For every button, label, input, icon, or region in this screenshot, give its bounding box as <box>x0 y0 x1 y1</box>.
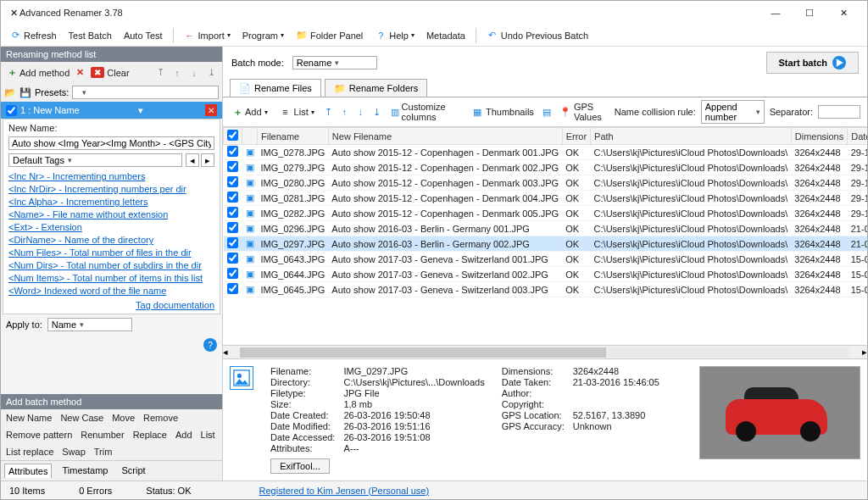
batch-method-move[interactable]: Move <box>112 413 135 423</box>
delete-icon[interactable]: ✕ <box>76 67 84 78</box>
method-header[interactable]: 1 : New Name ▾ ✕ <box>1 102 222 119</box>
minimize-button[interactable]: ― <box>759 1 793 25</box>
batch-method-trim[interactable]: Trim <box>94 447 113 457</box>
batch-method-new-case[interactable]: New Case <box>60 413 103 423</box>
batch-method-list-replace[interactable]: List replace <box>6 447 53 457</box>
batch-tab-attributes[interactable]: Attributes <box>4 464 52 478</box>
tag-link[interactable]: <Word> Indexed word of the file name <box>8 285 214 297</box>
move-up-button[interactable]: ↑ <box>170 65 185 81</box>
batch-method-remove-pattern[interactable]: Remove pattern <box>6 430 72 440</box>
row-checkbox[interactable] <box>227 176 238 187</box>
column-header[interactable]: Error <box>562 128 590 145</box>
tag-link[interactable]: <Num Items> - Total number of items in t… <box>8 272 214 284</box>
sort-bottom-button[interactable]: ⤓ <box>371 104 382 119</box>
table-row[interactable]: ▣IMG_0296.JPGAuto show 2016-03 - Berlin … <box>224 221 868 236</box>
save-preset-icon[interactable]: 💾 <box>19 86 31 98</box>
sort-down-button[interactable]: ↓ <box>355 104 366 119</box>
customize-columns-button[interactable]: ▥Customize columns <box>387 100 463 124</box>
separator-input[interactable] <box>818 105 860 119</box>
table-row[interactable]: ▣IMG_0280.JPGAuto show 2015-12 - Copenha… <box>224 175 868 191</box>
undo-button[interactable]: ↶Undo Previous Batch <box>483 28 592 43</box>
batch-method-remove[interactable]: Remove <box>143 413 178 423</box>
batch-method-swap[interactable]: Swap <box>62 447 86 457</box>
batch-method-renumber[interactable]: Renumber <box>81 430 124 440</box>
table-row[interactable]: ▣IMG_0644.JPGAuto show 2017-03 - Geneva … <box>224 267 868 282</box>
metadata-button[interactable]: Metadata <box>423 29 469 42</box>
tag-next-button[interactable]: ▸ <box>201 153 214 167</box>
column-header[interactable]: Filename <box>258 128 329 145</box>
row-checkbox[interactable] <box>227 253 238 264</box>
table-row[interactable]: ▣IMG_0297.JPGAuto show 2016-03 - Berlin … <box>224 236 868 252</box>
method-help-button[interactable]: ? <box>203 338 217 352</box>
column-header[interactable]: Path <box>591 128 792 145</box>
move-top-button[interactable]: ⤒ <box>153 65 168 81</box>
method-close-button[interactable]: ✕ <box>205 104 217 116</box>
table-row[interactable]: ▣IMG_0279.JPGAuto show 2015-12 - Copenha… <box>224 160 868 175</box>
open-preset-icon[interactable]: 📂 <box>4 86 16 98</box>
add-method-button[interactable]: ＋Add method <box>4 64 73 81</box>
sort-top-button[interactable]: ⤒ <box>323 104 334 119</box>
tag-link[interactable]: <Inc NrDir> - Incrementing numbers per d… <box>8 183 214 195</box>
column-header[interactable]: Date Taken <box>848 128 867 145</box>
batch-method-list[interactable]: List <box>201 430 215 440</box>
exiftool-button[interactable]: ExifTool... <box>270 458 330 474</box>
presets-dropdown[interactable] <box>72 86 219 99</box>
add-files-button[interactable]: ＋Add▾ <box>230 104 271 120</box>
tag-link[interactable]: <Num Files> - Total number of files in t… <box>8 247 214 258</box>
tag-link[interactable]: <Name> - File name without extension <box>8 208 214 220</box>
pattern-input[interactable] <box>8 136 214 150</box>
tag-link[interactable]: <Inc Nr> - Incrementing numbers <box>8 170 214 182</box>
table-row[interactable]: ▣IMG_0278.JPGAuto show 2015-12 - Copenha… <box>224 145 868 160</box>
refresh-button[interactable]: ⟳Refresh <box>6 28 60 43</box>
folder-panel-button[interactable]: 📁Folder Panel <box>292 28 366 43</box>
batch-method-add[interactable]: Add <box>175 430 192 440</box>
list-button[interactable]: ≡List▾ <box>276 104 318 119</box>
row-checkbox[interactable] <box>227 237 238 248</box>
auto-test-button[interactable]: Auto Test <box>120 29 166 42</box>
clear-button[interactable]: ✖Clear <box>87 65 132 80</box>
move-down-button[interactable]: ↓ <box>186 65 202 81</box>
tag-link[interactable]: <DirName> - Name of the directory <box>8 234 214 246</box>
method-enable-checkbox[interactable] <box>6 105 17 116</box>
row-checkbox[interactable] <box>227 283 238 294</box>
row-checkbox[interactable] <box>227 192 238 203</box>
default-tags-dropdown[interactable]: Default Tags <box>8 153 182 167</box>
start-batch-button[interactable]: Start batch <box>766 52 859 74</box>
column-header[interactable]: New Filename <box>328 128 562 145</box>
column-header[interactable]: Dimensions <box>791 128 847 145</box>
batch-tab-timestamp[interactable]: Timestamp <box>58 464 111 478</box>
row-checkbox[interactable] <box>227 161 238 172</box>
tab-rename-files[interactable]: 📄Rename Files <box>230 79 321 97</box>
move-bottom-button[interactable]: ⤓ <box>203 65 219 81</box>
select-all-checkbox[interactable] <box>227 130 238 141</box>
horizontal-scrollbar[interactable]: ◂▸ <box>223 345 867 358</box>
thumbnails-button[interactable]: ▦Thumbnails <box>468 104 537 119</box>
batch-method-replace[interactable]: Replace <box>133 430 167 440</box>
batch-mode-dropdown[interactable]: Rename <box>292 56 377 69</box>
tag-link[interactable]: <Ext> - Extension <box>8 221 214 233</box>
help-button[interactable]: ?Help▾ <box>371 28 418 43</box>
tag-link[interactable]: <Num Dirs> - Total number of subdirs in … <box>8 259 214 271</box>
import-button[interactable]: ←Import▾ <box>181 28 234 43</box>
tab-rename-folders[interactable]: 📁Rename Folders <box>325 79 427 97</box>
sort-up-button[interactable]: ↑ <box>339 104 350 119</box>
batch-tab-script[interactable]: Script <box>118 464 148 478</box>
table-row[interactable]: ▣IMG_0282.JPGAuto show 2015-12 - Copenha… <box>224 206 868 221</box>
test-batch-button[interactable]: Test Batch <box>65 29 115 42</box>
file-grid[interactable]: FilenameNew FilenameErrorPathDimensionsD… <box>223 127 867 345</box>
program-button[interactable]: Program▾ <box>239 29 287 42</box>
registration-link[interactable]: Registered to Kim Jensen (Personal use) <box>259 486 430 496</box>
gps-values-button[interactable]: 📍GPS Values <box>556 100 609 124</box>
table-row[interactable]: ▣IMG_0643.JPGAuto show 2017-03 - Geneva … <box>224 252 868 267</box>
display-icon[interactable]: ▤ <box>542 106 551 118</box>
table-row[interactable]: ▣IMG_0645.JPGAuto show 2017-03 - Geneva … <box>224 282 868 297</box>
collapse-icon[interactable]: ▾ <box>138 105 143 116</box>
table-row[interactable]: ▣IMG_0281.JPGAuto show 2015-12 - Copenha… <box>224 191 868 206</box>
row-checkbox[interactable] <box>227 207 238 218</box>
tag-link[interactable]: <Inc Alpha> - Incrementing letters <box>8 196 214 208</box>
close-button[interactable]: ✕ <box>826 1 860 25</box>
apply-to-dropdown[interactable]: Name <box>47 318 132 331</box>
maximize-button[interactable]: ☐ <box>793 1 826 25</box>
row-checkbox[interactable] <box>227 268 238 279</box>
tag-documentation-link[interactable]: Tag documentation <box>136 299 214 311</box>
